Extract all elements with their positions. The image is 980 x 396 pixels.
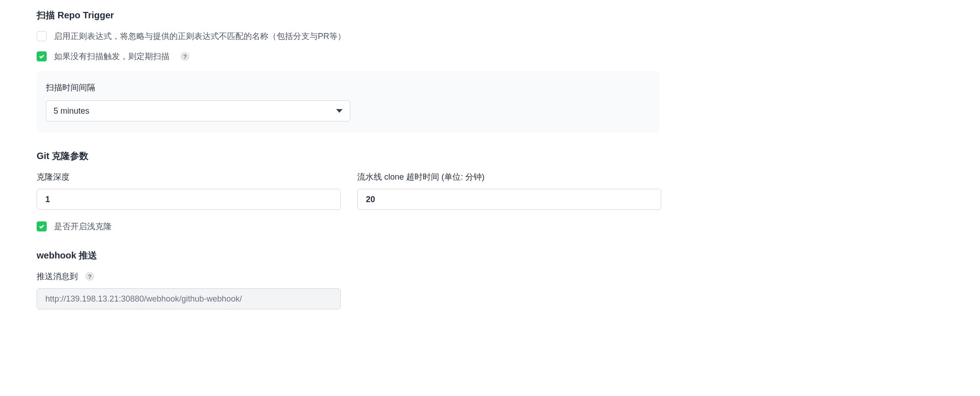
periodic-scan-checkbox-label: 如果没有扫描触发，则定期扫描 bbox=[54, 51, 169, 62]
check-icon bbox=[38, 223, 45, 230]
regex-checkbox-label: 启用正则表达式，将忽略与提供的正则表达式不匹配的名称（包括分支与PR等） bbox=[54, 31, 346, 42]
help-icon[interactable]: ? bbox=[85, 272, 94, 281]
scan-repo-trigger-section: 扫描 Repo Trigger 启用正则表达式，将忽略与提供的正则表达式不匹配的… bbox=[37, 9, 943, 132]
clone-timeout-label: 流水线 clone 超时时间 (单位: 分钟) bbox=[357, 171, 661, 182]
regex-checkbox[interactable] bbox=[37, 31, 47, 41]
regex-checkbox-row: 启用正则表达式，将忽略与提供的正则表达式不匹配的名称（包括分支与PR等） bbox=[37, 31, 943, 42]
push-to-field: 推送消息到 ? bbox=[37, 271, 943, 309]
push-to-label: 推送消息到 bbox=[37, 271, 78, 282]
push-to-input bbox=[37, 288, 341, 309]
check-icon bbox=[38, 53, 45, 60]
clone-depth-label: 克隆深度 bbox=[37, 171, 341, 182]
scan-interval-select-wrapper: 5 minutes bbox=[46, 100, 350, 121]
scan-interval-value: 5 minutes bbox=[54, 106, 89, 116]
periodic-scan-checkbox-row: 如果没有扫描触发，则定期扫描 ? bbox=[37, 51, 943, 62]
webhook-push-title: webhook 推送 bbox=[37, 249, 943, 262]
git-clone-params-section: Git 克隆参数 克隆深度 流水线 clone 超时时间 (单位: 分钟) 是否… bbox=[37, 150, 943, 232]
shallow-clone-checkbox-row: 是否开启浅克隆 bbox=[37, 221, 943, 232]
shallow-clone-checkbox[interactable] bbox=[37, 221, 47, 231]
scan-interval-select[interactable]: 5 minutes bbox=[46, 100, 350, 121]
clone-depth-field: 克隆深度 bbox=[37, 171, 341, 210]
help-icon[interactable]: ? bbox=[180, 52, 190, 61]
clone-timeout-field: 流水线 clone 超时时间 (单位: 分钟) bbox=[357, 171, 661, 210]
scan-repo-trigger-title: 扫描 Repo Trigger bbox=[37, 9, 943, 22]
scan-interval-subsection: 扫描时间间隔 5 minutes bbox=[37, 71, 659, 132]
push-to-label-row: 推送消息到 ? bbox=[37, 271, 943, 282]
git-clone-form-row: 克隆深度 流水线 clone 超时时间 (单位: 分钟) bbox=[37, 171, 943, 210]
clone-depth-input[interactable] bbox=[37, 189, 341, 210]
periodic-scan-checkbox[interactable] bbox=[37, 51, 47, 61]
git-clone-params-title: Git 克隆参数 bbox=[37, 150, 943, 162]
clone-timeout-input[interactable] bbox=[357, 189, 661, 210]
shallow-clone-checkbox-label: 是否开启浅克隆 bbox=[54, 221, 112, 232]
webhook-push-section: webhook 推送 推送消息到 ? bbox=[37, 249, 943, 309]
chevron-down-icon bbox=[336, 109, 343, 113]
scan-interval-label: 扫描时间间隔 bbox=[46, 82, 650, 93]
